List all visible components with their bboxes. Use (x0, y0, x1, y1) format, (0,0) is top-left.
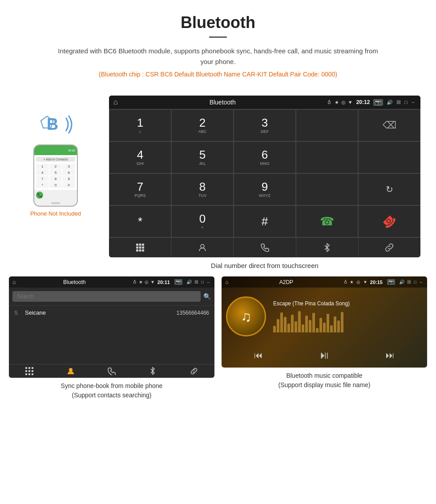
music-note-icon: ♫ (241, 308, 251, 325)
camera-icon[interactable]: 📷 (373, 99, 383, 106)
dial-nav-bluetooth[interactable] (296, 238, 359, 257)
dial-key-star[interactable]: * (109, 205, 171, 237)
dial-call-red[interactable]: ☎ (358, 205, 420, 237)
pb-camera-icon[interactable]: 📷 (174, 279, 182, 285)
close-icon[interactable]: ☒ (396, 100, 401, 105)
dial-key-0[interactable]: 0 + (171, 205, 234, 237)
music-close-icon[interactable]: ☒ (407, 280, 411, 284)
music-vol-icon[interactable]: 🔊 (399, 280, 404, 284)
music-fs-icon[interactable]: □ (414, 280, 416, 284)
svg-rect-6 (142, 247, 144, 249)
phone-call-button[interactable]: 📞 (36, 192, 43, 199)
main-content: ⬠ B M:20 + Add to Contacts 1 (0, 91, 436, 257)
dial-key-8[interactable]: 8 TUV (171, 173, 234, 205)
phone-key[interactable]: 2 (49, 164, 62, 169)
phonebook-screen: ⌂ Bluetooth ♁ ★ ◎ ▼ 20:11 📷 🔊 ☒ □ ← 🔍 (9, 276, 214, 378)
music-back-icon[interactable]: ← (419, 280, 424, 284)
dial-refresh[interactable]: ↻ (358, 173, 420, 205)
music-screenshot-item: ⌂ A2DP ♁ ★ ◎ ▼ 20:15 📷 🔊 ☒ □ ← ♫ Escape … (222, 276, 427, 400)
dial-key-9[interactable]: 9 WXYZ (234, 173, 296, 205)
status-time: 20:12 (356, 99, 370, 105)
phone-key[interactable]: 1 (36, 164, 49, 169)
phone-key[interactable]: # (62, 182, 75, 188)
phone-call-icon: 📞 (37, 193, 42, 197)
pb-search-icon[interactable]: 🔍 (203, 293, 211, 300)
pb-close-icon[interactable]: ☒ (194, 280, 198, 284)
dial-key-2[interactable]: 2 ABC (171, 109, 234, 141)
svg-rect-7 (136, 249, 138, 252)
phone-key[interactable]: 0 (49, 182, 62, 188)
fullscreen-icon[interactable]: □ (404, 100, 408, 105)
phone-key[interactable]: 8 (49, 176, 62, 182)
pb-nav-keypad[interactable] (9, 367, 50, 375)
dial-number: 9 (262, 181, 268, 192)
svg-rect-8 (139, 249, 141, 252)
dial-nav-link[interactable] (359, 238, 420, 257)
music-controls: ⏮ ⏯ ⏭ (222, 345, 427, 368)
eq-bar (291, 315, 294, 332)
music-title: A2DP (231, 279, 341, 285)
dial-empty (358, 141, 420, 173)
phone-home-button[interactable] (51, 202, 60, 204)
dial-nav-keypad[interactable] (109, 238, 171, 257)
dial-letters: MNO (260, 161, 270, 166)
music-usb-icon: ♁ (344, 280, 347, 284)
pb-loc-icon: ◎ (145, 280, 149, 284)
pb-nav-link[interactable] (174, 367, 214, 375)
pb-nav-bt[interactable] (132, 367, 173, 375)
svg-rect-12 (28, 367, 30, 369)
page-title: Bluetooth (9, 13, 427, 32)
dial-backspace[interactable]: ⌫ (358, 109, 420, 141)
dial-key-5[interactable]: 5 JKL (171, 141, 234, 173)
pb-fs-icon[interactable]: □ (201, 280, 204, 284)
dial-nav-phone[interactable] (234, 238, 296, 257)
pb-contact-row[interactable]: S Seicane 13566664466 (9, 305, 214, 320)
svg-rect-19 (32, 373, 33, 375)
dial-letters: TUV (198, 193, 206, 198)
dial-key-3[interactable]: 3 DEF (234, 109, 296, 141)
svg-rect-5 (139, 247, 141, 249)
dial-nav-contacts[interactable] (171, 238, 234, 257)
phone-key[interactable]: 7 (36, 176, 49, 182)
pb-empty-space (9, 320, 214, 364)
phone-key[interactable]: * (36, 182, 49, 188)
dial-key-7[interactable]: 7 PQRS (109, 173, 171, 205)
eq-bar (295, 321, 297, 332)
phone-key[interactable]: 3 (62, 164, 75, 169)
pb-usb-icon: ♁ (133, 280, 136, 284)
pb-contact-name: Seicane (25, 309, 173, 316)
eq-bar (280, 312, 283, 332)
dial-key-4[interactable]: 4 GHI (109, 141, 171, 173)
dial-key-hash[interactable]: # (234, 205, 296, 237)
bluetooth-icon-wrapper: ⬠ B (36, 109, 76, 140)
phone-key[interactable]: 4 (36, 170, 49, 176)
music-camera-icon[interactable]: 📷 (387, 279, 395, 285)
pb-back-icon[interactable]: ← (206, 280, 211, 284)
music-playpause-button[interactable]: ⏯ (319, 349, 330, 361)
dial-key-6[interactable]: 6 MNO (234, 141, 296, 173)
dial-key-1[interactable]: 1 ⌂ (109, 109, 171, 141)
pb-nav-call[interactable] (91, 367, 132, 375)
music-next-button[interactable]: ⏭ (386, 350, 395, 360)
pb-home-icon[interactable]: ⌂ (12, 279, 16, 285)
volume-icon[interactable]: 🔊 (387, 100, 393, 105)
phone-key[interactable]: 5 (49, 170, 62, 176)
dial-letters: JKL (199, 161, 206, 166)
home-icon[interactable]: ⌂ (113, 98, 118, 106)
dial-number: * (138, 216, 142, 227)
phone-key[interactable]: 9 (62, 176, 75, 182)
phone-not-included-label: Phone Not Included (30, 210, 81, 217)
pb-vol-icon[interactable]: 🔊 (186, 280, 192, 284)
music-prev-button[interactable]: ⏮ (254, 350, 263, 360)
eq-bar (330, 325, 333, 332)
pb-bt-icon: ★ (139, 280, 143, 284)
svg-rect-9 (142, 249, 144, 252)
music-caption-line2: (Support display music file name) (279, 381, 371, 388)
music-home-icon[interactable]: ⌂ (225, 279, 229, 285)
dial-call-green[interactable]: ☎ (296, 205, 358, 237)
back-icon[interactable]: ← (411, 100, 416, 105)
pb-search-input[interactable] (12, 291, 201, 302)
pb-nav-person[interactable] (50, 367, 91, 375)
phone-key[interactable]: 6 (62, 170, 75, 176)
eq-bar (284, 317, 287, 332)
